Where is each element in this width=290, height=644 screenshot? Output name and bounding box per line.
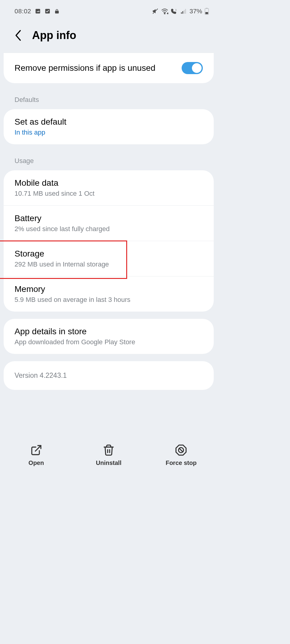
memory-row[interactable]: Memory 5.9 MB used on average in last 3 … [4,276,214,312]
remove-permissions-row[interactable]: Remove permissions if app is unused [4,53,214,83]
svg-text:+: + [167,12,168,14]
back-button[interactable] [13,30,24,41]
open-label: Open [28,459,44,466]
battery-sub: 2% used since last fully charged [15,225,203,233]
svg-line-14 [35,446,41,451]
uninstall-button[interactable]: Uninstall [78,444,139,466]
trash-icon [102,444,115,456]
svg-rect-7 [181,12,182,14]
remove-permissions-toggle[interactable] [182,62,203,74]
memory-sub: 5.9 MB used on average in last 3 hours [15,296,203,304]
svg-line-19 [179,448,183,452]
mobile-data-sub: 10.71 MB used since 1 Oct [15,190,203,198]
storage-title: Storage [15,249,203,259]
volte-icon: 1 [171,8,178,14]
svg-text:1: 1 [175,8,177,11]
force-stop-icon [175,444,187,456]
svg-rect-10 [185,9,186,14]
battery-icon [205,8,209,15]
uninstall-label: Uninstall [96,459,121,466]
svg-rect-8 [182,11,183,14]
bottom-action-bar: Open Uninstall Force stop [0,438,217,472]
page-header: App info [0,17,217,53]
store-sub: App downloaded from Google Play Store [15,338,203,346]
page-title: App info [32,29,76,42]
set-as-default-title: Set as default [15,117,203,127]
open-icon [30,444,43,456]
battery-percent: 37% [189,8,202,15]
storage-sub: 292 MB used in Internal storage [15,260,203,268]
checkbox-icon [44,8,51,14]
image-icon [35,8,41,14]
svg-rect-2 [55,11,59,13]
storage-row[interactable]: Storage 292 MB used in Internal storage [4,241,214,276]
battery-row[interactable]: Battery 2% used since last fully charged [4,206,214,241]
wifi-icon: + [161,8,168,14]
svg-rect-13 [206,12,208,14]
app-details-store-row[interactable]: App details in store App downloaded from… [4,319,214,354]
force-stop-button[interactable]: Force stop [151,444,211,466]
version-text: Version 4.2243.1 [15,371,203,380]
status-bar: 08:02 + 1 37% [0,0,217,17]
svg-point-4 [164,13,165,14]
version-row: Version 4.2243.1 [4,361,214,390]
lock-icon [54,8,60,14]
battery-title: Battery [15,214,203,223]
svg-rect-12 [206,8,208,9]
store-title: App details in store [15,327,203,336]
signal-icon [180,8,187,14]
set-as-default-sub: In this app [15,129,203,136]
mute-icon [152,8,159,15]
svg-rect-0 [36,9,40,14]
memory-title: Memory [15,284,203,294]
open-button[interactable]: Open [6,444,67,466]
status-time: 08:02 [15,8,31,15]
remove-permissions-label: Remove permissions if app is unused [15,63,155,73]
set-as-default-row[interactable]: Set as default In this app [4,109,214,144]
defaults-section-label: Defaults [0,90,217,109]
mobile-data-row[interactable]: Mobile data 10.71 MB used since 1 Oct [4,170,214,206]
mobile-data-title: Mobile data [15,178,203,188]
force-stop-label: Force stop [166,459,196,466]
svg-rect-9 [184,10,185,14]
usage-section-label: Usage [0,152,217,170]
